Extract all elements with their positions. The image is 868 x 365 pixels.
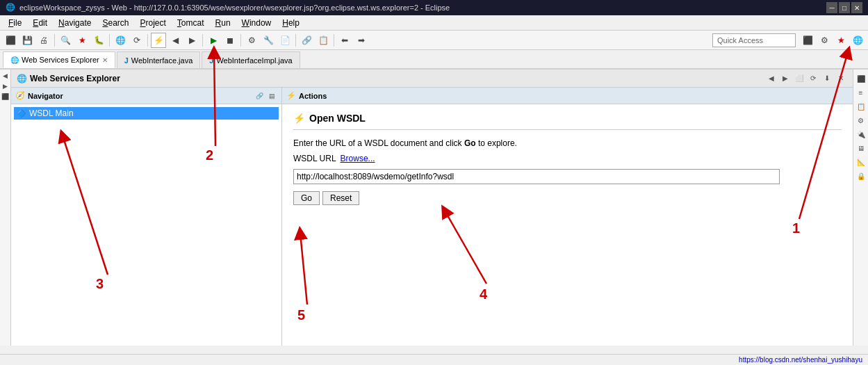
toolbar-btn-play[interactable]: ▶ — [206, 33, 221, 48]
menu-run[interactable]: Run — [210, 17, 236, 29]
toolbar-btn-tools[interactable]: 🔧 — [261, 33, 276, 48]
menu-navigate[interactable]: Navigate — [53, 17, 97, 29]
wse-menu-btn[interactable]: ⬇ — [821, 72, 833, 85]
quick-access-label: Quick Access — [717, 36, 763, 44]
toolbar-btn-search[interactable]: 🔍 — [58, 33, 73, 48]
navigator-header-controls: 🔗 ▤ — [254, 90, 277, 102]
main-area: ◀ ▶ ⬛ 🌐 Web Services Explorer ◀ ▶ ⬜ ⟳ ⬇ … — [0, 70, 868, 346]
menu-bar: File Edit Navigate Search Project Tomcat… — [0, 15, 868, 31]
toolbar-btn-stop[interactable]: ◼ — [222, 33, 238, 48]
actions-icon: ⚡ — [286, 91, 296, 100]
toolbar-perspective-btn1[interactable]: ⚙ — [817, 33, 832, 48]
go-button[interactable]: Go — [293, 191, 320, 205]
tree-item-wsdl-main[interactable]: 🔷 WSDL Main — [14, 107, 279, 120]
left-sidebar-icon-3[interactable]: ⬛ — [1, 92, 10, 102]
tab-webinterface[interactable]: J WebInterface.java — [117, 51, 201, 68]
right-icon-lock[interactable]: 🔒 — [855, 170, 867, 182]
wse-header: 🌐 Web Services Explorer ◀ ▶ ⬜ ⟳ ⬇ ✕ — [11, 70, 853, 88]
maximize-button[interactable]: □ — [839, 2, 850, 13]
navigator-menu-btn[interactable]: ▤ — [266, 90, 277, 102]
status-bar: https://blog.csdn.net/shenhai_yushihayu — [0, 354, 868, 365]
webinterface-tab-label: WebInterface.java — [131, 56, 193, 65]
toolbar-btn-nav2[interactable]: ⬅ — [337, 33, 352, 48]
right-icon-clipboard[interactable]: 📋 — [855, 100, 867, 113]
toolbar-btn-refresh[interactable]: ⟳ — [129, 33, 145, 48]
wse-toggle-btn[interactable]: ⬜ — [793, 72, 805, 85]
wse-tab-label: Web Services Explorer — [22, 56, 99, 64]
wsdl-url-input[interactable] — [293, 169, 780, 184]
right-icon-views[interactable]: ≡ — [855, 86, 867, 99]
left-sidebar-icon-2[interactable]: ▶ — [1, 81, 10, 91]
main-toolbar: ⬛ 💾 🖨 🔍 ★ 🐛 🌐 ⟳ ⚡ ◀ ▶ ▶ ◼ ⚙ 🔧 📄 🔗 📋 ⬅ ➡ … — [0, 31, 868, 50]
toolbar-btn-web[interactable]: 🌐 — [113, 33, 128, 48]
toolbar-right-icons: ⬛ ⚙ ★ 🌐 — [800, 33, 865, 48]
menu-window[interactable]: Window — [236, 17, 277, 29]
menu-help[interactable]: Help — [277, 17, 305, 29]
wse-area: 🌐 Web Services Explorer ◀ ▶ ⬜ ⟳ ⬇ ✕ 🧭 Na… — [11, 70, 853, 346]
toolbar-sep-5 — [240, 34, 241, 47]
webinterfaceimpl-tab-label: WebInterfaceImpl.java — [216, 56, 292, 65]
right-icon-layout[interactable]: 📐 — [855, 156, 867, 168]
desc-prefix: Enter the URL of a WSDL document and cli… — [293, 138, 464, 148]
right-icon-perspectives[interactable]: ⬛ — [855, 72, 867, 85]
wse-fwd-btn[interactable]: ▶ — [779, 72, 792, 85]
status-url: https://blog.csdn.net/shenhai_yushihayu — [739, 356, 862, 364]
toolbar-perspective-btn2[interactable]: ★ — [833, 33, 849, 48]
quick-access-box[interactable]: Quick Access — [712, 33, 796, 47]
title-bar: 🌐 eclipseWorkspace_zysys - Web - http://… — [0, 0, 868, 15]
toolbar-btn-nav-back[interactable]: ◀ — [167, 33, 183, 48]
right-icon-monitor[interactable]: 🖥 — [855, 142, 867, 154]
navigator-link-btn[interactable]: 🔗 — [254, 90, 265, 102]
toolbar-sep-4 — [202, 34, 203, 47]
wse-close-btn[interactable]: ✕ — [835, 72, 847, 85]
wse-header-controls: ◀ ▶ ⬜ ⟳ ⬇ ✕ — [765, 72, 847, 85]
window-controls: ─ □ ✕ — [826, 2, 862, 13]
toolbar-btn-paste[interactable]: 📋 — [316, 33, 331, 48]
right-icon-plugin[interactable]: 🔌 — [855, 128, 867, 140]
minimize-button[interactable]: ─ — [826, 2, 837, 13]
description-text: Enter the URL of a WSDL document and cli… — [293, 138, 842, 148]
left-sidebar-icon-1[interactable]: ◀ — [1, 71, 10, 81]
right-sidebar: ⬛ ≡ 📋 ⚙ 🔌 🖥 📐 🔒 — [853, 70, 868, 346]
toolbar-sep-7 — [334, 34, 334, 47]
wsdl-url-row: WSDL URL Browse... — [293, 154, 842, 163]
reset-button[interactable]: Reset — [322, 191, 359, 205]
toolbar-btn-config[interactable]: ⚙ — [244, 33, 259, 48]
wse-tab-close[interactable]: ✕ — [102, 56, 108, 64]
actions-header: ⚡ Actions — [282, 88, 853, 104]
toolbar-btn-nav3[interactable]: ➡ — [354, 33, 369, 48]
toolbar-btn-link[interactable]: 🔗 — [299, 33, 314, 48]
left-sidebar: ◀ ▶ ⬛ — [0, 70, 11, 346]
menu-file[interactable]: File — [3, 17, 27, 29]
toolbar-sep-2 — [109, 34, 110, 47]
toolbar-btn-print[interactable]: 🖨 — [36, 33, 51, 48]
right-icon-gear[interactable]: ⚙ — [855, 114, 867, 127]
toolbar-btn-copy[interactable]: 📄 — [277, 33, 293, 48]
navigator-pane: 🧭 Navigator 🔗 ▤ 🔷 WSDL Main — [11, 88, 282, 346]
menu-search[interactable]: Search — [97, 17, 134, 29]
close-button[interactable]: ✕ — [851, 2, 862, 13]
toolbar-btn-debug[interactable]: 🐛 — [91, 33, 106, 48]
toolbar-btn-run[interactable]: ★ — [74, 33, 90, 48]
wse-refresh-btn[interactable]: ⟳ — [807, 72, 819, 85]
navigator-icon: 🧭 — [15, 91, 25, 100]
wse-back-btn[interactable]: ◀ — [765, 72, 778, 85]
wsdl-url-label: WSDL URL — [293, 154, 336, 163]
wsdl-main-icon: 🔷 — [17, 109, 26, 118]
open-wsdl-icon: ⚡ — [293, 113, 305, 124]
menu-edit[interactable]: Edit — [27, 17, 53, 29]
toolbar-btn-save[interactable]: 💾 — [19, 33, 35, 48]
menu-project[interactable]: Project — [134, 17, 171, 29]
toolbar-open-perspective[interactable]: ⬛ — [800, 33, 815, 48]
toolbar-btn-wse[interactable]: ⚡ — [151, 33, 166, 48]
toolbar-btn-new[interactable]: ⬛ — [3, 33, 18, 48]
wse-panes: 🧭 Navigator 🔗 ▤ 🔷 WSDL Main — [11, 88, 853, 346]
tab-webinterfaceimpl[interactable]: J WebInterfaceImpl.java — [202, 51, 300, 68]
wse-header-icon: 🌐 — [17, 74, 27, 83]
browse-link[interactable]: Browse... — [341, 154, 375, 163]
toolbar-btn-nav-fwd[interactable]: ▶ — [184, 33, 199, 48]
tab-wse[interactable]: 🌐 Web Services Explorer ✕ — [3, 51, 115, 68]
menu-tomcat[interactable]: Tomcat — [172, 17, 210, 29]
wse-tab-icon: 🌐 — [10, 56, 19, 64]
toolbar-perspective-btn3[interactable]: 🌐 — [850, 33, 865, 48]
